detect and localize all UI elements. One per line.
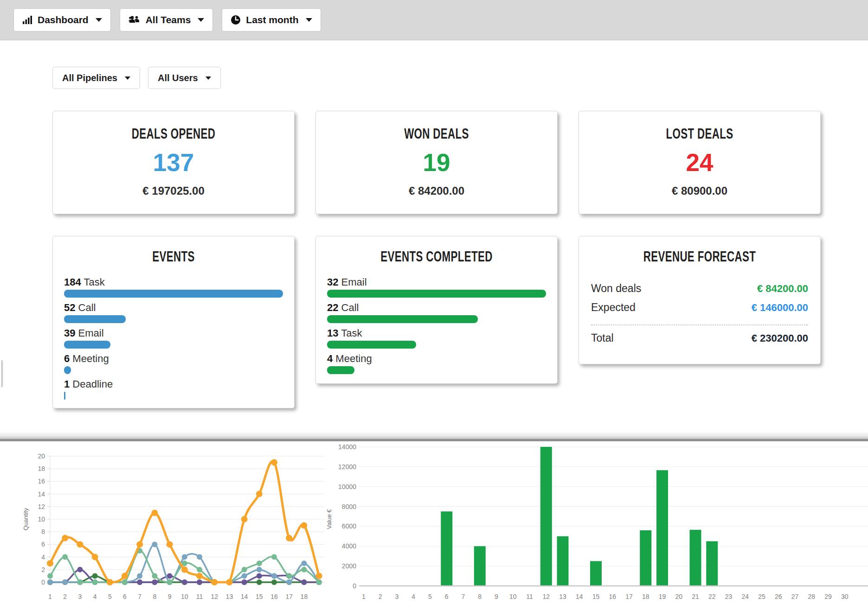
revenue-row: Expected€ 146000.00 bbox=[591, 298, 808, 317]
line-chart-svg: 0246810121416182012345678910111213141516… bbox=[0, 441, 325, 602]
chevron-down-icon bbox=[125, 76, 130, 80]
svg-text:14000: 14000 bbox=[338, 443, 356, 451]
chevron-down-icon bbox=[198, 18, 204, 22]
events-completed-bar-list: 32 Email22 Call13 Task4 Meeting bbox=[327, 276, 546, 374]
svg-text:29: 29 bbox=[824, 593, 832, 600]
event-bar bbox=[64, 341, 110, 349]
event-bar-item: 13 Task bbox=[327, 327, 546, 349]
svg-text:5: 5 bbox=[108, 593, 112, 600]
svg-text:10000: 10000 bbox=[338, 483, 356, 490]
svg-text:9: 9 bbox=[168, 593, 172, 600]
event-bar bbox=[327, 315, 478, 323]
svg-text:4000: 4000 bbox=[342, 542, 356, 550]
event-bar-item: 184 Task bbox=[64, 276, 283, 298]
svg-text:0: 0 bbox=[41, 579, 45, 586]
svg-text:21: 21 bbox=[692, 593, 699, 600]
svg-text:13: 13 bbox=[559, 593, 566, 600]
svg-text:11: 11 bbox=[526, 593, 533, 600]
stat-cards-row: DEALS OPENED137€ 197025.00WON DEALS19€ 8… bbox=[52, 111, 868, 214]
svg-text:Value €: Value € bbox=[326, 509, 333, 529]
revenue-total-label: Total bbox=[591, 332, 614, 344]
event-bar-label: 184 Task bbox=[64, 276, 283, 288]
clipped-offscreen-card-edge bbox=[0, 360, 2, 387]
svg-text:10: 10 bbox=[38, 515, 45, 523]
svg-text:2: 2 bbox=[379, 593, 382, 600]
svg-text:6: 6 bbox=[445, 593, 449, 600]
svg-text:7: 7 bbox=[462, 593, 465, 600]
top-toolbar: Dashboard All Teams Last month bbox=[0, 0, 868, 40]
svg-text:11: 11 bbox=[196, 593, 203, 600]
svg-text:8: 8 bbox=[153, 593, 157, 600]
period-dropdown-label: Last month bbox=[246, 14, 298, 25]
event-bar bbox=[327, 290, 546, 298]
svg-text:10: 10 bbox=[509, 593, 517, 600]
svg-text:14: 14 bbox=[576, 593, 583, 600]
period-dropdown-button[interactable]: Last month bbox=[222, 8, 321, 32]
svg-text:17: 17 bbox=[625, 593, 633, 600]
teams-dropdown-button[interactable]: All Teams bbox=[120, 8, 213, 32]
dashboard-dropdown-button[interactable]: Dashboard bbox=[13, 8, 111, 32]
event-bar-label: 13 Task bbox=[327, 327, 546, 339]
stat-card-amount: € 84200.00 bbox=[316, 184, 557, 197]
event-bar bbox=[64, 392, 65, 400]
svg-text:30: 30 bbox=[841, 593, 849, 600]
stat-card-amount: € 80900.00 bbox=[579, 184, 820, 197]
pipelines-filter-button[interactable]: All Pipelines bbox=[52, 67, 140, 89]
dashboard-dropdown-label: Dashboard bbox=[38, 14, 89, 25]
revenue-row-value: € 146000.00 bbox=[752, 302, 808, 314]
svg-text:7: 7 bbox=[138, 593, 141, 600]
svg-text:20: 20 bbox=[38, 452, 45, 460]
svg-text:9: 9 bbox=[495, 593, 498, 600]
event-bar-item: 39 Email bbox=[64, 327, 283, 349]
events-card-title: EVENTS bbox=[95, 248, 252, 265]
revenue-row-value: € 84200.00 bbox=[757, 283, 808, 295]
revenue-rows: Won deals€ 84200.00Expected€ 146000.00 bbox=[591, 279, 808, 317]
svg-text:8000: 8000 bbox=[342, 503, 356, 510]
users-filter-button[interactable]: All Users bbox=[148, 67, 221, 89]
event-bar bbox=[64, 290, 283, 298]
svg-text:1: 1 bbox=[48, 593, 52, 600]
revenue-row: Won deals€ 84200.00 bbox=[591, 279, 808, 298]
revenue-total-value: € 230200.00 bbox=[752, 332, 808, 344]
svg-text:3: 3 bbox=[78, 593, 82, 600]
revenue-forecast-card: REVENUE FORECAST Won deals€ 84200.00Expe… bbox=[579, 236, 821, 364]
svg-text:1: 1 bbox=[362, 593, 366, 600]
svg-text:18: 18 bbox=[38, 465, 45, 472]
svg-text:28: 28 bbox=[808, 593, 815, 600]
value-bar-chart[interactable]: 0200040006000800010000120001400012345678… bbox=[325, 441, 868, 602]
svg-text:22: 22 bbox=[708, 593, 716, 600]
pipelines-filter-label: All Pipelines bbox=[62, 73, 117, 83]
info-cards-row: EVENTS 184 Task52 Call39 Email6 Meeting1… bbox=[52, 236, 868, 408]
svg-text:6000: 6000 bbox=[342, 522, 356, 530]
revenue-row-label: Won deals bbox=[591, 282, 641, 295]
svg-text:26: 26 bbox=[775, 593, 782, 600]
bar-chart-svg: 0200040006000800010000120001400012345678… bbox=[325, 441, 868, 602]
svg-text:4: 4 bbox=[41, 553, 45, 561]
users-filter-label: All Users bbox=[158, 73, 198, 83]
svg-text:16: 16 bbox=[609, 593, 616, 600]
event-bar-item: 32 Email bbox=[327, 276, 546, 298]
events-completed-card: EVENTS COMPLETED 32 Email22 Call13 Task4… bbox=[315, 236, 558, 384]
event-bar-item: 52 Call bbox=[64, 302, 283, 323]
event-bar-item: 4 Meeting bbox=[327, 353, 546, 374]
svg-text:13: 13 bbox=[226, 593, 233, 600]
quantity-line-chart[interactable]: 0246810121416182012345678910111213141516… bbox=[0, 441, 325, 602]
event-bar-item: 1 Deadline bbox=[64, 378, 283, 400]
svg-text:20: 20 bbox=[675, 593, 682, 600]
events-bar-list: 184 Task52 Call39 Email6 Meeting1 Deadli… bbox=[64, 276, 283, 400]
charts-section: 0246810121416182012345678910111213141516… bbox=[0, 441, 868, 602]
svg-text:19: 19 bbox=[659, 593, 666, 600]
svg-text:8: 8 bbox=[41, 528, 45, 535]
event-bar-label: 52 Call bbox=[64, 302, 283, 314]
svg-text:14: 14 bbox=[241, 593, 248, 600]
stat-card-value: 137 bbox=[53, 150, 294, 175]
stat-card-title: LOST DEALS bbox=[613, 126, 786, 142]
stat-card: WON DEALS19€ 84200.00 bbox=[315, 111, 558, 214]
event-bar-label: 4 Meeting bbox=[327, 353, 546, 365]
filter-row: All Pipelines All Users bbox=[52, 67, 868, 89]
svg-text:15: 15 bbox=[592, 593, 600, 600]
stat-card-title: DEALS OPENED bbox=[87, 126, 260, 142]
svg-text:6: 6 bbox=[123, 593, 127, 600]
event-bar-item: 6 Meeting bbox=[64, 353, 283, 374]
event-bar-label: 6 Meeting bbox=[64, 353, 283, 365]
